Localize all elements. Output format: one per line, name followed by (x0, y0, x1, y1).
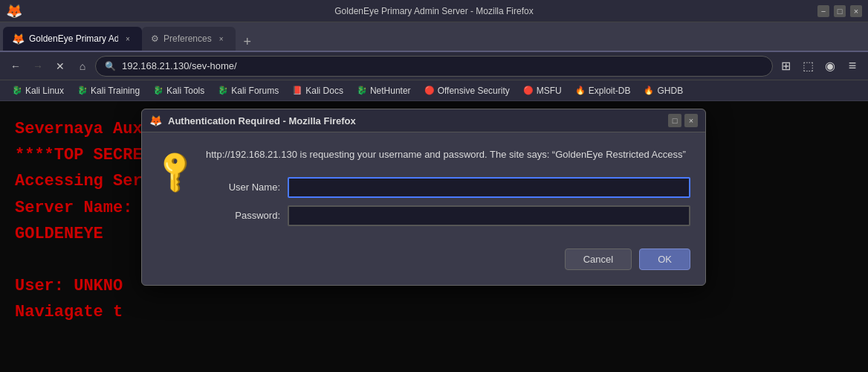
dialog-controls: □ × (668, 114, 698, 127)
dialog-maximize-button[interactable]: □ (668, 114, 681, 127)
auth-dialog: 🦊 Authentication Required - Mozilla Fire… (141, 109, 706, 286)
bookmark-kali-training[interactable]: 🐉 Kali Training (71, 83, 146, 98)
account-button[interactable]: ◉ (820, 57, 840, 76)
home-button[interactable]: ⌂ (73, 57, 92, 76)
title-bar: 🦊 GoldenEye Primary Admin Server - Mozil… (0, 0, 868, 22)
dialog-close-button[interactable]: × (684, 114, 698, 127)
ghdb-label: GHDB (657, 86, 683, 96)
terminal-line8: Naviagate t (15, 299, 853, 325)
tab-goldeneye-close[interactable]: × (123, 33, 133, 44)
password-label: Password: (206, 210, 280, 221)
nav-bar: ← → ✕ ⌂ 🔍 192.168.21.130/sev-home/ ⊞ ⬚ ◉… (0, 52, 868, 80)
address-bar[interactable]: 🔍 192.168.21.130/sev-home/ (95, 56, 773, 77)
bookmark-kali-tools[interactable]: 🐉 Kali Tools (147, 83, 210, 98)
restore-button[interactable]: □ (834, 5, 846, 17)
bookmark-exploit-db[interactable]: 🔥 Exploit-DB (569, 83, 637, 98)
cancel-button[interactable]: Cancel (565, 248, 632, 270)
kali-tools-icon: 🐉 (153, 86, 163, 95)
dialog-buttons: Cancel OK (142, 241, 705, 285)
tab-preferences-label: Preferences (163, 33, 212, 44)
nethunter-icon: 🐉 (357, 86, 367, 95)
library-button[interactable]: ⊞ (776, 57, 795, 76)
dialog-message: http://192.168.21.130 is requesting your… (206, 147, 690, 162)
tab-preferences-close[interactable]: × (216, 33, 227, 44)
reload-button[interactable]: ✕ (51, 57, 70, 76)
kali-forums-icon: 🐉 (218, 86, 228, 95)
dialog-body: 🔑 http://192.168.21.130 is requesting yo… (142, 132, 705, 241)
tab-fire-icon: 🦊 (12, 33, 25, 45)
address-text: 192.168.21.130/sev-home/ (122, 60, 763, 71)
window-title: GoldenEye Primary Admin Server - Mozilla… (51, 6, 817, 16)
window-controls: − □ × (817, 5, 862, 17)
password-input[interactable] (288, 205, 690, 226)
kali-docs-icon: 📕 (292, 86, 302, 95)
bookmark-nethunter[interactable]: 🐉 NetHunter (351, 83, 417, 98)
msfu-icon: 🔴 (523, 86, 534, 95)
tab-preferences-icon: ⚙ (151, 33, 159, 44)
kali-training-label: Kali Training (91, 86, 140, 96)
key-icon: 🔑 (150, 145, 201, 196)
nav-right-buttons: ⊞ ⬚ ◉ ≡ (776, 57, 862, 76)
main-content: Severnaya Auxiliary Control Station ****… (0, 101, 868, 372)
nethunter-label: NetHunter (370, 86, 411, 96)
dialog-title-bar: 🦊 Authentication Required - Mozilla Fire… (142, 109, 705, 132)
bookmark-offensive-security[interactable]: 🔴 Offensive Security (418, 83, 516, 98)
username-label: User Name: (206, 182, 280, 193)
firefox-logo: 🦊 (6, 3, 22, 19)
ok-button[interactable]: OK (639, 248, 690, 270)
menu-button[interactable]: ≡ (843, 57, 862, 76)
dialog-title-text: Authentication Required - Mozilla Firefo… (168, 115, 662, 126)
kali-linux-icon: 🐉 (12, 86, 22, 95)
forward-button[interactable]: → (28, 57, 48, 76)
search-icon: 🔍 (105, 61, 116, 71)
tab-bar: 🦊 GoldenEye Primary Adm × ⚙ Preferences … (0, 22, 868, 52)
dialog-content: http://192.168.21.130 is requesting your… (206, 147, 690, 226)
exploit-db-label: Exploit-DB (589, 86, 631, 96)
tab-goldeneye[interactable]: 🦊 GoldenEye Primary Adm × (3, 27, 142, 51)
msfu-label: MSFU (537, 86, 562, 96)
kali-linux-label: Kali Linux (25, 86, 64, 96)
kali-training-icon: 🐉 (77, 86, 88, 95)
bookmarks-bar: 🐉 Kali Linux 🐉 Kali Training 🐉 Kali Tool… (0, 80, 868, 101)
sidebar-button[interactable]: ⬚ (798, 57, 817, 76)
dialog-form: User Name: Password: (206, 177, 690, 226)
bookmark-kali-forums[interactable]: 🐉 Kali Forums (212, 83, 285, 98)
back-button[interactable]: ← (6, 57, 25, 76)
minimize-button[interactable]: − (817, 5, 829, 17)
new-tab-button[interactable]: + (239, 33, 256, 51)
bookmark-ghdb[interactable]: 🔥 GHDB (638, 83, 689, 98)
kali-docs-label: Kali Docs (305, 86, 343, 96)
offensive-security-icon: 🔴 (424, 86, 435, 95)
bookmark-kali-docs[interactable]: 📕 Kali Docs (286, 83, 349, 98)
kali-tools-label: Kali Tools (166, 86, 204, 96)
kali-forums-label: Kali Forums (231, 86, 279, 96)
offensive-security-label: Offensive Security (438, 86, 510, 96)
close-button[interactable]: × (850, 5, 862, 17)
exploit-db-icon: 🔥 (575, 86, 586, 95)
bookmark-msfu[interactable]: 🔴 MSFU (517, 83, 568, 98)
tab-goldeneye-label: GoldenEye Primary Adm (29, 33, 118, 44)
username-input[interactable] (288, 177, 690, 198)
bookmark-kali-linux[interactable]: 🐉 Kali Linux (6, 83, 70, 98)
tab-preferences[interactable]: ⚙ Preferences × (142, 27, 236, 51)
dialog-firefox-icon: 🦊 (149, 115, 162, 126)
ghdb-icon: 🔥 (644, 86, 654, 95)
